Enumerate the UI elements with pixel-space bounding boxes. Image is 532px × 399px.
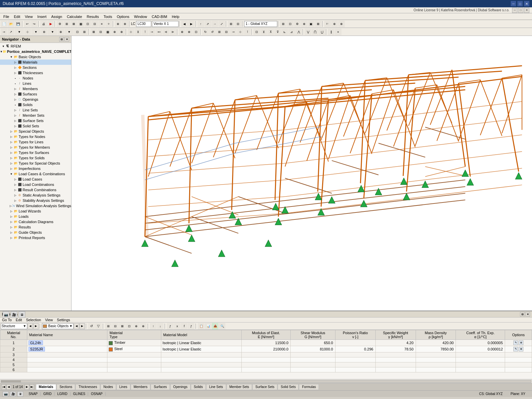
tb2-right-3[interactable]: ⋃ (319, 29, 325, 35)
tree-arrow-load-cases[interactable]: ▷ (13, 178, 17, 181)
tree-arrow-imperfections[interactable]: ▷ (9, 167, 13, 170)
tb2-right-5[interactable]: ⋄ (335, 29, 341, 35)
tb-btn-12[interactable]: ⇗ (204, 21, 211, 27)
tree-types-surfaces[interactable]: ▷ 📂 Types for Surfaces (0, 150, 71, 155)
load-case-dropdown[interactable]: LC30 (136, 21, 151, 27)
tb2-btn-17[interactable]: ⊷ (156, 29, 162, 35)
tb-btn-19[interactable]: ⚙ (294, 21, 301, 27)
tree-arrow-loads[interactable]: ▷ (9, 215, 13, 218)
tree-arrow-results[interactable]: ▷ (9, 226, 13, 229)
menu-view[interactable]: View (23, 14, 35, 19)
tb-btn-6[interactable]: ⊟ (91, 21, 98, 27)
tree-imperfections[interactable]: ▷ 📂 Imperfections (0, 166, 71, 171)
tree-types-nodes[interactable]: ▷ 📂 Types for Nodes (0, 134, 71, 139)
tb2-btn-22[interactable]: ⊡ (193, 29, 200, 35)
tree-arrow-thicknesses[interactable]: ▷ (13, 71, 17, 74)
menu-results[interactable]: Results (85, 14, 101, 19)
table-row[interactable]: 3 (0, 352, 532, 357)
tab-prev-btn[interactable]: ◀ (6, 384, 11, 390)
tb2-right-2[interactable]: ⋂ (312, 29, 318, 35)
mon-icon[interactable]: 🖥 (17, 391, 23, 397)
mat-tb-3[interactable]: ⊠ (119, 323, 126, 330)
tb2-btn-27[interactable]: ⊸ (230, 29, 237, 35)
menu-edit[interactable]: Edit (12, 14, 22, 19)
basic-objects-dropdown[interactable]: Basic Objects ▼ (42, 323, 73, 329)
tree-result-combos[interactable]: ▷ ⬛ Result Combinations (0, 187, 71, 193)
cell-mat-name[interactable] (27, 367, 107, 372)
tb2-btn-6[interactable]: ⊡ (74, 29, 81, 35)
mat-refresh[interactable]: ↺ (88, 323, 95, 330)
menu-window[interactable]: Window (132, 14, 149, 19)
tree-load-combos[interactable]: ▷ ⬛ Load Combinations (0, 182, 71, 187)
tb2-btn-4[interactable]: ⊛ (41, 29, 48, 35)
materials-table-container[interactable]: MaterialNo. Material Name MaterialType M… (0, 330, 532, 379)
mat-filter-prev[interactable]: ◀ (74, 323, 79, 329)
mat-tb-6[interactable]: ⊗ (140, 323, 147, 330)
tree-arrow-surfacesets[interactable]: ▷ (13, 119, 17, 122)
tb2-btn-29[interactable]: ⊺ (244, 29, 251, 35)
tb2-btn-21[interactable]: ⊗ (186, 29, 193, 35)
redo-btn[interactable]: ↪ (31, 21, 38, 27)
tb-btn-5[interactable]: ⊡ (84, 21, 91, 27)
tb2-dropdown4[interactable]: ▼ (65, 29, 74, 35)
tb2-btn-1[interactable]: ⊸ (1, 29, 7, 35)
tree-surfaces[interactable]: ▷ ⬛ Surfaces (0, 91, 71, 97)
status-snap[interactable]: SNAP (26, 392, 41, 396)
tb2-btn-19[interactable]: ⊳ (170, 29, 176, 35)
tree-arrow-basic[interactable]: ▼ (9, 56, 13, 59)
cell-mat-name[interactable] (27, 352, 107, 357)
scrollbar-thumb[interactable] (1, 380, 21, 382)
tb2-btn-28[interactable]: ⊹ (237, 29, 244, 35)
table-row[interactable]: 2S235JRSteelIsotropic | Linear Elastic21… (0, 346, 532, 352)
menu-insert[interactable]: Insert (35, 14, 49, 19)
mat-prev-btn[interactable]: ◀ (28, 323, 33, 329)
panel-minimize[interactable]: ─ (512, 8, 517, 13)
tb-right-1[interactable]: I↑ (324, 21, 331, 27)
tree-arrow-project[interactable]: ▼ (0, 50, 3, 53)
tb-btn-11[interactable]: ↑ (198, 21, 204, 27)
tree-printout[interactable]: ▷ 📂 Printout Reports (0, 235, 71, 240)
tree-arrow-calc[interactable]: ▷ (9, 220, 13, 223)
mat-tb-8[interactable]: ↓ (157, 323, 164, 330)
tb-right-2[interactable]: ⊕ (331, 21, 338, 27)
tab-lines[interactable]: Lines (116, 384, 130, 390)
tb-nav-next[interactable]: ▶ (188, 21, 195, 27)
tree-nodes[interactable]: • · Nodes (0, 75, 71, 81)
tree-arrow-sections[interactable]: ▷ (13, 66, 17, 69)
tree-solidsets[interactable]: ▷ ⬛ Solid Sets (0, 123, 71, 129)
close-btn[interactable]: ✕ (524, 1, 529, 6)
tree-arrow-types-members[interactable]: ▷ (9, 146, 13, 149)
tree-arrow-solidsets[interactable]: ▷ (13, 125, 17, 128)
tree-basic-objects[interactable]: ▼ 📂 Basic Objects (0, 54, 71, 60)
tree-solids[interactable]: • ⬛ Solids (0, 102, 71, 107)
menu-cadbim[interactable]: CAD-BIM (150, 14, 169, 19)
tb-nav-prev[interactable]: ◀ (181, 21, 188, 27)
structure-dropdown[interactable]: Structure ▼ (1, 323, 27, 329)
tb2-btn-35[interactable]: ⊿ (288, 29, 295, 35)
tab-materials[interactable]: Materials (36, 384, 56, 390)
cam-icon[interactable]: 📷 (3, 391, 9, 397)
nav-close-btn[interactable]: ✕ (65, 37, 69, 42)
tb-btn-8[interactable]: ✧ (105, 21, 112, 27)
new-btn[interactable]: 📄 (1, 21, 7, 27)
horizontal-scrollbar[interactable] (0, 379, 532, 383)
status-grid[interactable]: GRID (41, 392, 55, 396)
tb2-btn-5[interactable]: ⊕ (58, 29, 64, 35)
tree-project[interactable]: ▼ 📁 Portico_asimetrico_NAVE_COMPLETA.rf6 (0, 49, 71, 54)
mat-filter-next[interactable]: ▶ (79, 323, 85, 329)
tree-arrow-stability[interactable]: ▷ (13, 199, 17, 202)
tb-btn-18[interactable]: ⊡ (287, 21, 294, 27)
menu-options[interactable]: Options (115, 14, 131, 19)
tree-stability-settings[interactable]: ▷ ⚙ Stability Analysis Settings (0, 198, 71, 203)
tb2-btn-31[interactable]: ⊻ (260, 29, 267, 35)
print-btn[interactable]: 🖨 (40, 21, 47, 27)
tb-btn-14[interactable]: ⤢ (218, 21, 225, 27)
calc-btn[interactable]: ▶ (47, 21, 54, 27)
mat-delete-btn[interactable]: ⊗ (519, 347, 523, 351)
tree-types-lines[interactable]: ▷ 📂 Types for Lines (0, 139, 71, 145)
tab-members[interactable]: Members (131, 384, 151, 390)
tree-lines[interactable]: • / Lines (0, 81, 71, 86)
tab-last-btn[interactable]: ▶| (30, 384, 34, 390)
mat-edit-btn[interactable]: ✎ (513, 340, 518, 345)
mat-tb-10[interactable]: x (174, 323, 181, 330)
